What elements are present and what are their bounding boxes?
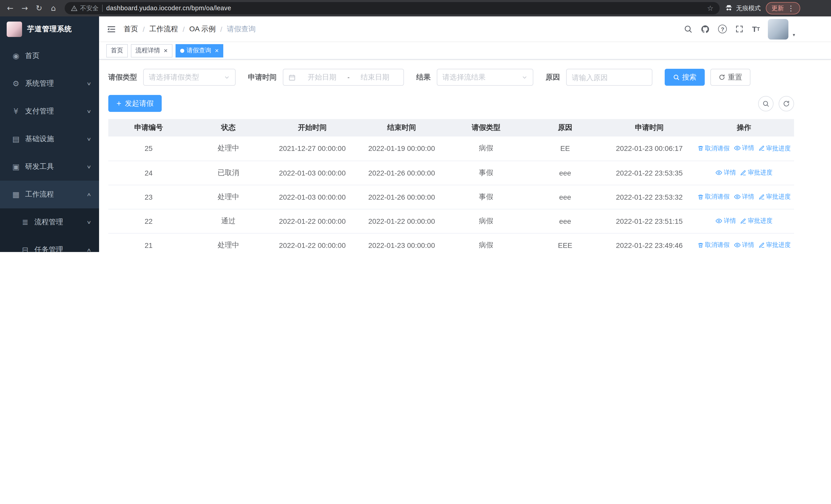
chevron-down-icon: ∨ [87, 164, 92, 169]
detail-link[interactable]: 详情 [734, 144, 754, 153]
cell-status: 处理中 [189, 233, 268, 252]
op-label: 详情 [724, 216, 736, 225]
browser-update-button[interactable]: 更新 ⋮ [766, 2, 800, 14]
detail-link[interactable]: 详情 [716, 168, 736, 177]
browser-menu-icon[interactable]: ⋮ [787, 4, 795, 12]
tab-close-icon[interactable]: × [164, 47, 168, 54]
bookmark-star-icon[interactable]: ☆ [707, 4, 713, 12]
approval-progress-link[interactable]: 审批进度 [758, 241, 791, 249]
chevron-up-icon: ∧ [87, 192, 92, 197]
tab-label: 首页 [111, 46, 123, 55]
cell-apply-time: 2022-01-23 00:06:17 [605, 137, 694, 161]
top-navbar: 首页/工作流程/OA 示例/请假查询 ? TT ▾ [99, 17, 831, 42]
sidebar-item-payment-management[interactable]: ¥支付管理∨ [0, 97, 99, 125]
sidebar-item-workflow[interactable]: ▦工作流程∧ [0, 181, 99, 208]
cell-operations: 取消请假详情审批进度 [694, 233, 794, 252]
detail-link[interactable]: 详情 [734, 192, 754, 201]
op-label: 取消请假 [705, 144, 729, 153]
reason-input[interactable] [566, 69, 652, 86]
op-label: 详情 [742, 192, 754, 201]
cancel-leave-link[interactable]: 取消请假 [697, 192, 729, 201]
logo-image [7, 22, 22, 37]
approval-progress-link[interactable]: 审批进度 [740, 168, 773, 177]
approval-progress-link[interactable]: 审批进度 [740, 216, 773, 225]
browser-forward-button[interactable]: → [18, 1, 32, 16]
sidebar-menu: ◉首页⚙系统管理∨¥支付管理∨▤基础设施∨▣研发工具∨▦工作流程∧≣流程管理∨⊟… [0, 42, 99, 252]
breadcrumb-separator: / [220, 25, 222, 33]
cell-start-time: 2021-12-27 00:00:00 [268, 137, 357, 161]
table-row: 25处理中2021-12-27 00:00:002022-01-19 00:00… [108, 137, 794, 161]
refresh-table-button[interactable] [779, 96, 794, 111]
sidebar-item-dev-tools[interactable]: ▣研发工具∨ [0, 153, 99, 181]
sidebar-item-label: 研发工具 [25, 162, 87, 171]
cell-leave-type: 病假 [447, 137, 525, 161]
avatar-caret-icon[interactable]: ▾ [793, 32, 795, 37]
apply-time-range-picker[interactable]: 开始日期 - 结束日期 [283, 69, 404, 86]
calendar-icon [288, 73, 296, 81]
tab-leave-query[interactable]: 请假查询× [175, 44, 223, 57]
sidebar-item-label: 任务管理 [34, 245, 87, 252]
leave-type-placeholder: 请选择请假类型 [149, 72, 224, 82]
refresh-icon [719, 74, 725, 81]
sidebar-item-infrastructure[interactable]: ▤基础设施∨ [0, 125, 99, 153]
breadcrumb-item-oa-example[interactable]: OA 示例 [190, 24, 216, 34]
font-size-icon[interactable]: TT [752, 25, 760, 33]
approval-progress-link[interactable]: 审批进度 [758, 144, 791, 153]
column-header-3: 结束时间 [357, 119, 447, 137]
browser-address-bar[interactable]: 不安全 dashboard.yudao.iocoder.cn/bpm/oa/le… [65, 2, 720, 14]
sidebar-item-task-management[interactable]: ⊟任务管理∧ [0, 236, 99, 252]
app-logo[interactable]: 芋道管理系统 [0, 17, 99, 42]
cell-operations: 取消请假详情审批进度 [694, 185, 794, 209]
column-header-5: 原因 [525, 119, 605, 137]
sidebar-item-home[interactable]: ◉首页 [0, 42, 99, 70]
chevron-up-icon: ∧ [87, 247, 92, 252]
cell-end-time: 2022-01-19 00:00:00 [357, 137, 447, 161]
end-date-placeholder[interactable]: 结束日期 [352, 72, 398, 82]
search-icon[interactable] [684, 25, 692, 33]
github-icon[interactable] [700, 24, 710, 34]
cancel-leave-link[interactable]: 取消请假 [697, 144, 729, 153]
browser-home-button[interactable]: ⌂ [46, 1, 61, 16]
sidebar-toggle-button[interactable] [106, 24, 116, 34]
cell-status: 已取消 [189, 161, 268, 185]
result-select[interactable]: 请选择流结果 [437, 69, 533, 86]
tab-process-detail[interactable]: 流程详情× [131, 44, 172, 57]
leave-table: 申请编号状态开始时间结束时间请假类型原因申请时间操作 25处理中2021-12-… [108, 119, 794, 252]
cancel-leave-link[interactable]: 取消请假 [697, 241, 729, 249]
gear-icon: ⚙ [10, 79, 22, 88]
url-text[interactable]: dashboard.yudao.iocoder.cn/bpm/oa/leave [106, 5, 704, 12]
home-icon: ◉ [10, 51, 22, 61]
warning-icon [71, 5, 78, 11]
detail-link[interactable]: 详情 [734, 240, 754, 249]
breadcrumb-item-workflow[interactable]: 工作流程 [149, 24, 178, 34]
fullscreen-icon[interactable] [735, 25, 744, 33]
date-range-separator: - [347, 73, 350, 81]
toggle-search-button[interactable] [758, 96, 774, 111]
sidebar-item-system-management[interactable]: ⚙系统管理∨ [0, 70, 99, 97]
avatar[interactable] [768, 19, 789, 39]
tab-close-icon[interactable]: × [215, 47, 219, 54]
sidebar-item-process-management[interactable]: ≣流程管理∨ [0, 208, 99, 236]
approval-progress-link[interactable]: 审批进度 [758, 192, 791, 201]
browser-reload-button[interactable]: ↻ [32, 1, 46, 16]
create-leave-button[interactable]: + 发起请假 [108, 95, 162, 112]
cell-reason: eee [525, 185, 605, 209]
leave-type-select[interactable]: 请选择请假类型 [143, 69, 236, 86]
help-icon[interactable]: ? [718, 25, 727, 33]
table-mini-actions [758, 96, 794, 111]
incognito-icon [725, 4, 733, 12]
op-label: 审批进度 [748, 216, 773, 225]
cell-apply-id: 25 [108, 137, 189, 161]
reset-button[interactable]: 重置 [710, 69, 750, 86]
breadcrumb-separator: / [183, 25, 185, 33]
start-date-placeholder[interactable]: 开始日期 [299, 72, 345, 82]
tab-home[interactable]: 首页 [106, 44, 128, 57]
cell-apply-time: 2022-01-22 23:51:15 [605, 209, 694, 233]
security-warning[interactable]: 不安全 [71, 4, 98, 12]
search-button[interactable]: 搜索 [665, 69, 705, 86]
detail-link[interactable]: 详情 [716, 216, 736, 225]
chevron-down-icon [224, 74, 230, 80]
breadcrumb-item-home[interactable]: 首页 [124, 24, 138, 34]
browser-back-button[interactable]: ← [3, 1, 18, 16]
cell-operations: 取消请假详情审批进度 [694, 137, 794, 161]
